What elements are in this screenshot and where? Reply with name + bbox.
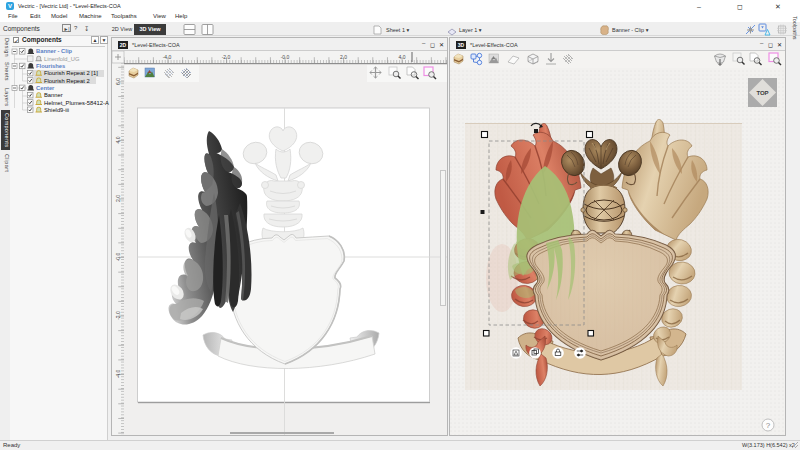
svg-text:4.0: 4.0 [399,54,406,60]
svg-text:2.0: 2.0 [115,195,121,202]
svg-text:?: ? [766,421,771,430]
svg-text:TOP: TOP [756,90,768,96]
svg-text:-4.0: -4.0 [115,369,121,378]
svg-text:-0.0: -0.0 [115,252,121,261]
svg-text:-2.0: -2.0 [115,311,121,320]
svg-text:-4.0: -4.0 [163,54,172,60]
svg-text:Banner - Clip ▾: Banner - Clip ▾ [612,27,649,33]
svg-text:-2.0: -2.0 [222,54,231,60]
svg-text:2.0: 2.0 [340,54,347,60]
svg-text:Sheet 1 ▾: Sheet 1 ▾ [386,27,409,33]
svg-text:Layer 1 ▾: Layer 1 ▾ [459,27,482,33]
svg-text:6.0: 6.0 [115,78,121,85]
svg-text:-0.0: -0.0 [281,54,290,60]
svg-text:4.0: 4.0 [115,136,121,143]
